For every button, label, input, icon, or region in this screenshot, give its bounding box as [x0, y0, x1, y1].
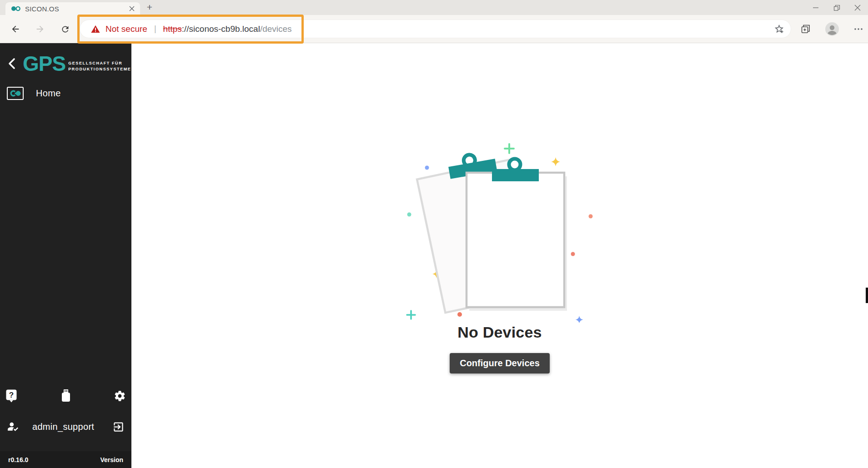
logout-icon[interactable] [112, 421, 125, 433]
back-icon[interactable] [10, 24, 21, 35]
url-path: /devices [260, 24, 292, 34]
url-text: https://siconos-cb9b.local/devices [163, 24, 292, 34]
user-check-icon [7, 421, 20, 433]
gps-logo: GPS GESELLSCHAFT FÜR PRODUKTIONSSYSTEME [23, 53, 131, 74]
window-controls [805, 0, 868, 15]
tab-close-icon[interactable] [128, 5, 135, 12]
username-label: admin_support [32, 422, 112, 432]
favorite-star-icon[interactable] [774, 24, 784, 34]
sidebar: GPS GESELLSCHAFT FÜR PRODUKTIONSSYSTEME … [0, 43, 131, 468]
more-options-icon[interactable] [849, 20, 868, 38]
empty-state: No Devices Configure Devices [402, 136, 597, 373]
browser-tab[interactable]: SICON.OS [5, 2, 140, 15]
restore-icon[interactable] [826, 0, 847, 15]
tab-favicon-sicon-icon [11, 5, 21, 12]
new-tab-button[interactable]: + [144, 1, 156, 13]
empty-state-title: No Devices [457, 324, 542, 341]
collapse-chevron-icon[interactable] [7, 58, 16, 70]
version-value: r0.16.0 [8, 456, 28, 463]
sicon-home-icon [7, 87, 24, 100]
browser-toolbar: Not secure | https://siconos-cb9b.local/… [0, 15, 868, 43]
browser-titlebar: SICON.OS + [0, 0, 868, 15]
gps-logo-text: GPS [23, 53, 65, 74]
svg-text:?: ? [9, 391, 14, 399]
warning-triangle-icon [91, 25, 100, 33]
close-window-icon[interactable] [847, 0, 868, 15]
app-content: GPS GESELLSCHAFT FÜR PRODUKTIONSSYSTEME … [0, 43, 868, 468]
version-bar: r0.16.0 Version [0, 451, 131, 468]
collections-icon[interactable] [796, 20, 815, 38]
forward-icon[interactable] [35, 24, 45, 35]
settings-gear-icon[interactable] [114, 390, 126, 402]
sidebar-item-home[interactable]: Home [0, 83, 131, 103]
refresh-icon[interactable] [60, 24, 70, 35]
clipboards-illustration [402, 136, 597, 323]
url-scheme: https [163, 24, 182, 34]
address-divider: | [154, 24, 156, 34]
security-status: Not secure [105, 24, 147, 34]
version-label: Version [100, 456, 123, 463]
account-row: admin_support [0, 417, 131, 437]
tab-title: SICON.OS [25, 5, 128, 13]
configure-devices-button[interactable]: Configure Devices [450, 353, 550, 373]
profile-avatar-icon[interactable] [823, 20, 841, 38]
sidebar-header: GPS GESELLSCHAFT FÜR PRODUKTIONSSYSTEME [0, 43, 131, 74]
cursor-artifact [866, 288, 868, 303]
browser-window: SICON.OS + [0, 0, 868, 468]
help-icon[interactable]: ? [5, 389, 18, 403]
minimize-icon[interactable] [805, 0, 826, 15]
sidebar-item-label: Home [36, 88, 61, 99]
main-content: No Devices Configure Devices [131, 43, 868, 468]
usb-device-icon[interactable] [60, 389, 72, 403]
sidebar-utility-icons: ? [0, 387, 131, 405]
url-host: ://siconos-cb9b.local [182, 24, 260, 34]
gps-logo-subtitle: GESELLSCHAFT FÜR PRODUKTIONSSYSTEME [68, 60, 131, 72]
address-bar[interactable]: Not secure | https://siconos-cb9b.local/… [80, 20, 791, 38]
